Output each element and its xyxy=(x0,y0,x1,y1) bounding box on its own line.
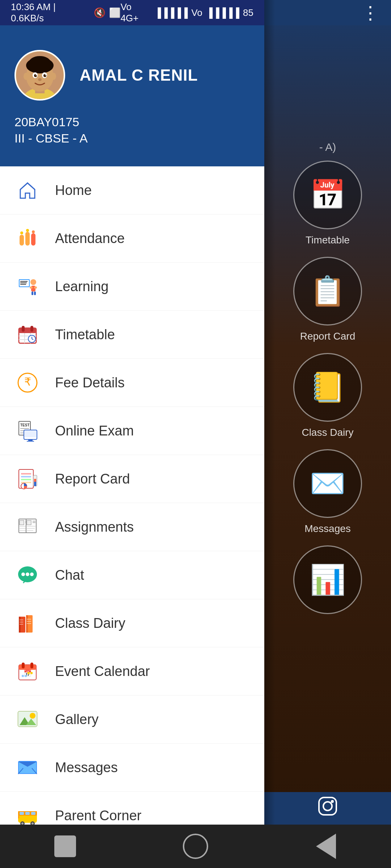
svg-rect-74 xyxy=(27,520,31,525)
square-icon xyxy=(54,835,76,857)
event-calendar-icon: 📅 xyxy=(14,658,41,684)
more-panel-circle: 📊 xyxy=(293,545,362,614)
sidebar-item-gallery[interactable]: Gallery xyxy=(0,695,264,744)
instagram-area[interactable] xyxy=(264,792,391,825)
svg-rect-64 xyxy=(34,479,36,482)
sidebar-item-home-label: Home xyxy=(55,183,92,198)
bottom-nav xyxy=(0,825,391,868)
svg-rect-56 xyxy=(27,441,34,442)
svg-point-14 xyxy=(45,75,46,76)
svg-rect-102 xyxy=(25,675,27,677)
svg-point-81 xyxy=(21,573,25,576)
messages-panel-circle: ✉️ xyxy=(293,449,362,518)
messages-panel-item[interactable]: ✉️ Messages xyxy=(293,449,362,535)
svg-rect-58 xyxy=(21,473,31,475)
report-card-panel-label: Report Card xyxy=(300,331,356,342)
timetable-panel-label: Timetable xyxy=(306,234,350,246)
svg-point-21 xyxy=(20,231,23,234)
svg-point-82 xyxy=(26,573,29,576)
status-bar: 10:36 AM | 0.6KB/s 🔇 ⬜ Vo 4G+ ▐▐▐▐▐ Vo ▐… xyxy=(0,0,264,25)
sidebar-item-home[interactable]: Home xyxy=(0,166,264,214)
sidebar-item-messages[interactable]: Messages xyxy=(0,744,264,792)
messages-icon xyxy=(14,754,41,780)
svg-rect-115 xyxy=(20,812,24,815)
sidebar-item-attendance[interactable]: Attendance xyxy=(0,214,264,263)
svg-rect-59 xyxy=(21,476,31,477)
sidebar-item-learning[interactable]: Learning xyxy=(0,263,264,311)
navigation-drawer: 10:36 AM | 0.6KB/s 🔇 ⬜ Vo 4G+ ▐▐▐▐▐ Vo ▐… xyxy=(0,0,264,868)
svg-rect-55 xyxy=(28,439,33,441)
svg-point-13 xyxy=(36,75,37,76)
assignments-icon xyxy=(14,514,41,540)
messages-panel-icon: ✉️ xyxy=(310,467,346,501)
student-id: 20BAY0175 xyxy=(14,115,250,129)
svg-rect-117 xyxy=(31,812,35,815)
sidebar-item-chat[interactable]: Chat xyxy=(0,551,264,599)
svg-point-15 xyxy=(38,78,42,81)
report-card-panel-icon: 📋 xyxy=(310,274,346,308)
online-exam-icon: TEST xyxy=(14,418,41,444)
timetable-panel-circle: 📅 xyxy=(293,161,362,229)
svg-rect-36 xyxy=(19,328,36,333)
fee-details-icon: ₹ xyxy=(14,370,41,396)
time-display: 10:36 AM | 0.6KB/s xyxy=(11,1,90,24)
svg-rect-100 xyxy=(30,672,33,674)
report-card-panel-item[interactable]: 📋 Report Card xyxy=(293,257,362,342)
learning-icon xyxy=(14,273,41,299)
svg-rect-54 xyxy=(25,431,36,437)
svg-rect-91 xyxy=(27,619,31,620)
report-card-panel-circle: 📋 xyxy=(293,257,362,326)
class-dairy-icon xyxy=(14,610,41,636)
network2-icon: Vo xyxy=(192,7,202,18)
chat-icon xyxy=(14,562,41,588)
timetable-panel-icon: 📅 xyxy=(310,178,346,212)
svg-rect-33 xyxy=(31,292,33,295)
sidebar-item-online-exam-label: Online Exam xyxy=(55,423,134,439)
sidebar-item-assignments[interactable]: Assignments xyxy=(0,503,264,551)
signal2-icon: ▐▐▐▐▐ xyxy=(206,7,239,18)
more-options-icon[interactable]: ⋮ xyxy=(361,9,380,16)
student-name-area: AMAL C RENIL xyxy=(80,66,198,84)
sidebar-item-learning-label: Learning xyxy=(55,279,109,294)
status-left: 10:36 AM | 0.6KB/s 🔇 ⬜ xyxy=(11,1,121,24)
circle-icon xyxy=(183,834,208,859)
sidebar-item-parent-corner-label: Parent Corner xyxy=(55,808,142,824)
nav-home-button[interactable] xyxy=(179,830,212,863)
svg-rect-67 xyxy=(20,520,24,525)
sidebar-item-fee-details[interactable]: ₹ Fee Details xyxy=(0,359,264,407)
class-dairy-panel-item[interactable]: 📒 Class Dairy xyxy=(293,353,362,438)
sidebar-item-online-exam[interactable]: TEST Online Exam xyxy=(0,407,264,455)
sidebar-item-timetable-label: Timetable xyxy=(55,327,115,342)
svg-rect-38 xyxy=(30,326,33,332)
report-card-icon xyxy=(14,466,41,492)
student-name: AMAL C RENIL xyxy=(80,66,198,84)
more-panel-item[interactable]: 📊 xyxy=(293,545,362,619)
class-dairy-panel-label: Class Dairy xyxy=(302,427,353,438)
svg-point-17 xyxy=(51,73,56,80)
svg-rect-116 xyxy=(25,812,30,815)
svg-point-16 xyxy=(24,73,29,80)
student-class: III - CBSE - A xyxy=(14,131,250,145)
sidebar-item-class-dairy[interactable]: Class Dairy xyxy=(0,599,264,647)
network-icon: Vo 4G+ xyxy=(121,1,151,24)
sidebar-item-event-calendar[interactable]: 📅 Event Calendar xyxy=(0,647,264,695)
sidebar-item-timetable[interactable]: Timetable xyxy=(0,311,264,359)
class-dairy-panel-icon: 📒 xyxy=(310,370,346,404)
svg-rect-32 xyxy=(34,286,37,289)
sidebar-item-fee-details-label: Fee Details xyxy=(55,375,125,391)
nav-back-button[interactable] xyxy=(310,830,342,863)
screen-icon: ⬜ xyxy=(109,7,121,18)
timetable-panel-item[interactable]: 📅 Timetable xyxy=(293,161,362,246)
svg-rect-0 xyxy=(319,797,336,815)
svg-rect-60 xyxy=(21,479,31,480)
svg-point-22 xyxy=(26,229,29,232)
messages-panel-label: Messages xyxy=(304,523,351,535)
svg-rect-31 xyxy=(30,286,33,289)
home-icon xyxy=(14,177,41,203)
sidebar-item-report-card[interactable]: Report Card xyxy=(0,455,264,503)
nav-square-button[interactable] xyxy=(49,830,81,863)
status-right: Vo 4G+ ▐▐▐▐▐ Vo ▐▐▐▐▐ 85 xyxy=(121,1,253,24)
svg-point-83 xyxy=(30,573,34,576)
svg-rect-34 xyxy=(34,292,36,295)
right-panel-header: ⋮ xyxy=(264,0,391,25)
